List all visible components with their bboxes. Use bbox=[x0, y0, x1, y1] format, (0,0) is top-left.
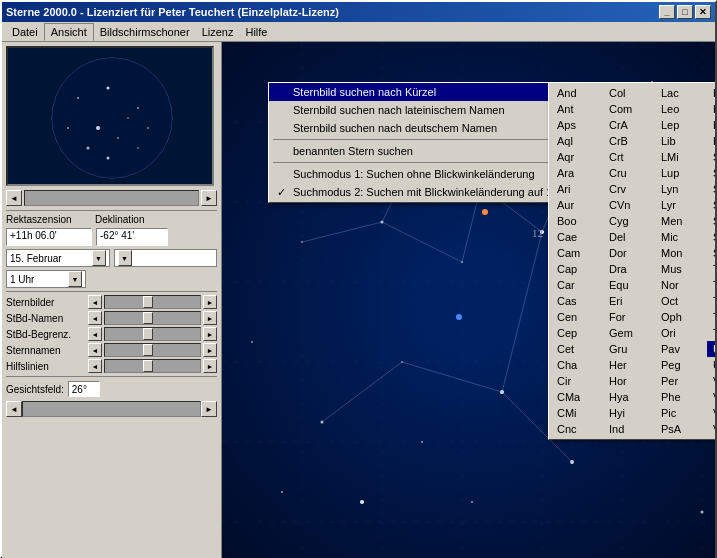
submenu-item-aql[interactable]: Aql bbox=[551, 133, 603, 149]
submenu-item-crt[interactable]: Crt bbox=[603, 149, 655, 165]
submenu-item-eri[interactable]: Eri bbox=[603, 293, 655, 309]
submenu-item-col[interactable]: Col bbox=[603, 85, 655, 101]
slider-sternbilder-track[interactable] bbox=[104, 295, 201, 309]
menu-hilfe[interactable]: Hilfe bbox=[239, 24, 273, 40]
year-select[interactable]: ▼ bbox=[114, 249, 218, 267]
maximize-button[interactable]: □ bbox=[677, 5, 693, 19]
submenu-item-cir[interactable]: Cir bbox=[551, 373, 603, 389]
slider-sternbilder-left[interactable]: ◄ bbox=[88, 295, 102, 309]
submenu-item-aps[interactable]: Aps bbox=[551, 117, 603, 133]
submenu-item-hor[interactable]: Hor bbox=[603, 373, 655, 389]
submenu-item-leo[interactable]: Leo bbox=[655, 101, 707, 117]
submenu-item-cmi[interactable]: CMi bbox=[551, 405, 603, 421]
submenu-item-tra[interactable]: TrA bbox=[707, 293, 715, 309]
scroll-track[interactable] bbox=[24, 190, 199, 206]
submenu-item-ret[interactable]: Ret bbox=[707, 133, 715, 149]
submenu-item-equ[interactable]: Equ bbox=[603, 277, 655, 293]
submenu-item-crb[interactable]: CrB bbox=[603, 133, 655, 149]
submenu-item-vul[interactable]: Vul bbox=[707, 421, 715, 437]
slider-sternnamen-right[interactable]: ► bbox=[203, 343, 217, 357]
submenu-item-tau[interactable]: Tau bbox=[707, 261, 715, 277]
submenu-item-gem[interactable]: Gem bbox=[603, 325, 655, 341]
submenu-item-pic[interactable]: Pic bbox=[655, 405, 707, 421]
submenu-item-car[interactable]: Car bbox=[551, 277, 603, 293]
submenu-item-lep[interactable]: Lep bbox=[655, 117, 707, 133]
submenu-item-cae[interactable]: Cae bbox=[551, 229, 603, 245]
submenu-item-umi[interactable]: UMi bbox=[707, 357, 715, 373]
submenu-item-lup[interactable]: Lup bbox=[655, 165, 707, 181]
submenu-item-aqr[interactable]: Aqr bbox=[551, 149, 603, 165]
submenu-item-oph[interactable]: Oph bbox=[655, 309, 707, 325]
submenu-item-tuc[interactable]: Tuc bbox=[707, 325, 715, 341]
slider-stbd-begrenz-left[interactable]: ◄ bbox=[88, 327, 102, 341]
submenu-item-nor[interactable]: Nor bbox=[655, 277, 707, 293]
submenu-item-mic[interactable]: Mic bbox=[655, 229, 707, 245]
submenu-item-and[interactable]: And bbox=[551, 85, 603, 101]
hscroll-right-button[interactable]: ► bbox=[201, 401, 217, 417]
submenu-item-cet[interactable]: Cet bbox=[551, 341, 603, 357]
date-select[interactable]: 15. Februar ▼ bbox=[6, 249, 110, 267]
menu-bildschirmschoner[interactable]: Bildschirmschoner bbox=[94, 24, 196, 40]
submenu-item-mus[interactable]: Mus bbox=[655, 261, 707, 277]
submenu-item-sco[interactable]: Sco bbox=[707, 165, 715, 181]
slider-sternnamen-left[interactable]: ◄ bbox=[88, 343, 102, 357]
menu-datei[interactable]: Datei bbox=[6, 24, 44, 40]
submenu-item-gru[interactable]: Gru bbox=[603, 341, 655, 357]
submenu-item-lac[interactable]: Lac bbox=[655, 85, 707, 101]
submenu-item-cnc[interactable]: Cnc bbox=[551, 421, 603, 437]
submenu-item-sgr[interactable]: Sgr bbox=[707, 245, 715, 261]
popup-item-suchmodus1[interactable]: Suchmodus 1: Suchen ohne Blickwinkelände… bbox=[269, 165, 577, 183]
submenu-item-cma[interactable]: CMa bbox=[551, 389, 603, 405]
submenu-item-psa[interactable]: PsA bbox=[655, 421, 707, 437]
submenu-item-mon[interactable]: Mon bbox=[655, 245, 707, 261]
submenu-item-crv[interactable]: Crv bbox=[603, 181, 655, 197]
submenu-item-uma[interactable]: UMa bbox=[707, 341, 715, 357]
submenu-item-psc[interactable]: Psc bbox=[707, 85, 715, 101]
submenu-item-cha[interactable]: Cha bbox=[551, 357, 603, 373]
scroll-left-button[interactable]: ◄ bbox=[6, 190, 22, 206]
popup-item-kurzel[interactable]: Sternbild suchen nach Kürzel ► bbox=[269, 83, 577, 101]
menu-ansicht[interactable]: Ansicht bbox=[44, 23, 94, 41]
submenu-item-vel[interactable]: Vel bbox=[707, 373, 715, 389]
submenu-item-peg[interactable]: Peg bbox=[655, 357, 707, 373]
submenu-item-hya[interactable]: Hya bbox=[603, 389, 655, 405]
submenu-item-sct[interactable]: Sct bbox=[707, 181, 715, 197]
submenu-item-lyr[interactable]: Lyr bbox=[655, 197, 707, 213]
slider-stbd-namen-left[interactable]: ◄ bbox=[88, 311, 102, 325]
submenu-item-cvn[interactable]: CVn bbox=[603, 197, 655, 213]
submenu-item-cep[interactable]: Cep bbox=[551, 325, 603, 341]
popup-item-latin[interactable]: Sternbild suchen nach lateinischem Namen… bbox=[269, 101, 577, 119]
submenu-item-cyg[interactable]: Cyg bbox=[603, 213, 655, 229]
submenu-item-cen[interactable]: Cen bbox=[551, 309, 603, 325]
close-button[interactable]: ✕ bbox=[695, 5, 711, 19]
submenu-item-cas[interactable]: Cas bbox=[551, 293, 603, 309]
submenu-item-cam[interactable]: Cam bbox=[551, 245, 603, 261]
submenu-item-ind[interactable]: Ind bbox=[603, 421, 655, 437]
menu-lizenz[interactable]: Lizenz bbox=[196, 24, 240, 40]
submenu-item-phe[interactable]: Phe bbox=[655, 389, 707, 405]
submenu-item-tri[interactable]: Tri bbox=[707, 309, 715, 325]
submenu-item-vir[interactable]: Vir bbox=[707, 389, 715, 405]
submenu-item-lyn[interactable]: Lyn bbox=[655, 181, 707, 197]
submenu-item-sge[interactable]: Sge bbox=[707, 229, 715, 245]
minimize-button[interactable]: _ bbox=[659, 5, 675, 19]
submenu-item-cru[interactable]: Cru bbox=[603, 165, 655, 181]
scroll-right-button[interactable]: ► bbox=[201, 190, 217, 206]
submenu-item-vol[interactable]: Vol bbox=[707, 405, 715, 421]
rektaszension-input[interactable]: +11h 06.0' bbox=[6, 228, 92, 246]
slider-stbd-begrenz-track[interactable] bbox=[104, 327, 201, 341]
submenu-item-her[interactable]: Her bbox=[603, 357, 655, 373]
deklination-input[interactable]: -62° 41' bbox=[96, 228, 168, 246]
slider-hilfslinien-left[interactable]: ◄ bbox=[88, 359, 102, 373]
submenu-item-ant[interactable]: Ant bbox=[551, 101, 603, 117]
slider-stbd-namen-right[interactable]: ► bbox=[203, 311, 217, 325]
submenu-item-pav[interactable]: Pav bbox=[655, 341, 707, 357]
popup-item-suchmodus2[interactable]: ✓Suchmodus 2: Suchen mit Blickwinkelände… bbox=[269, 183, 577, 202]
submenu-item-lmi[interactable]: LMi bbox=[655, 149, 707, 165]
submenu-item-for[interactable]: For bbox=[603, 309, 655, 325]
main-menu-popup[interactable]: Sternbild suchen nach Kürzel ► Sternbild… bbox=[268, 82, 578, 203]
submenu-item-del[interactable]: Del bbox=[603, 229, 655, 245]
submenu-item-com[interactable]: Com bbox=[603, 101, 655, 117]
submenu-item-dor[interactable]: Dor bbox=[603, 245, 655, 261]
submenu-item-cap[interactable]: Cap bbox=[551, 261, 603, 277]
